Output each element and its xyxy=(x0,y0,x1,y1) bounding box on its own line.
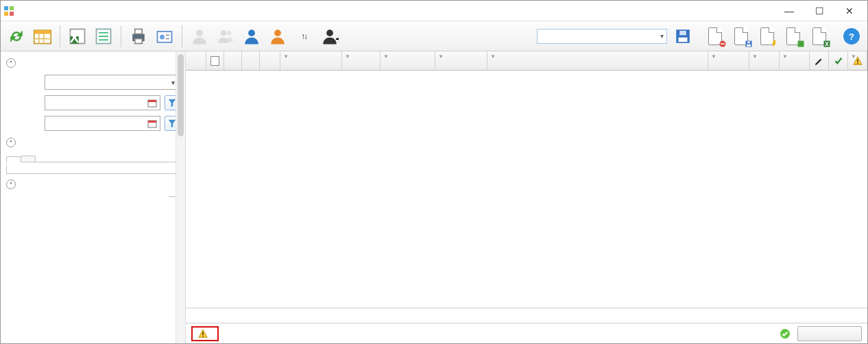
toolbar: X ↑↓ + X xyxy=(1,21,867,51)
doc-ok-button[interactable] xyxy=(782,25,806,48)
grid: ▼ ▼ ▼ ▼ ▼ ▼ ▼ ▼ ▼ xyxy=(186,51,867,343)
section-allgemein[interactable]: ˄ xyxy=(6,135,180,150)
ok-button[interactable] xyxy=(797,326,862,341)
col-gast[interactable]: ▼ xyxy=(487,51,708,70)
sidebar-scrollbar[interactable] xyxy=(176,51,185,343)
col-check[interactable] xyxy=(829,51,848,70)
refresh-button[interactable] xyxy=(5,25,28,48)
status-bar xyxy=(186,323,867,343)
svg-rect-17 xyxy=(4,6,8,10)
doc-save-button[interactable] xyxy=(730,25,754,48)
tab-uebertragen[interactable] xyxy=(21,156,36,162)
sidebar: ˄ ˄ ˄ xyxy=(1,51,186,343)
person-orange-button[interactable] xyxy=(266,25,289,48)
status-message xyxy=(191,326,219,341)
add-person-button[interactable]: + xyxy=(318,25,341,48)
svg-rect-20 xyxy=(10,12,14,16)
section-datum[interactable]: ˄ xyxy=(6,56,180,71)
typ-select[interactable] xyxy=(45,75,180,90)
section-ansicht[interactable]: ˄ xyxy=(6,177,180,192)
col-zi[interactable]: ▼ xyxy=(342,51,381,70)
print-button[interactable] xyxy=(127,25,150,48)
badge-button[interactable] xyxy=(153,25,176,48)
doc-flash-button[interactable] xyxy=(756,25,780,48)
svg-text:+: + xyxy=(335,32,339,45)
col-f[interactable]: ▼ xyxy=(780,51,810,70)
svg-rect-18 xyxy=(10,6,14,10)
person-blue-button[interactable] xyxy=(240,25,263,48)
col-warn[interactable]: ▼ xyxy=(848,51,867,70)
col-abreise[interactable]: ▼ xyxy=(435,51,487,70)
tab-status[interactable] xyxy=(6,156,21,162)
list-settings-button[interactable] xyxy=(92,25,115,48)
col-edit[interactable] xyxy=(810,51,829,70)
svg-text:X: X xyxy=(70,29,80,45)
profile-save-button[interactable] xyxy=(671,25,695,48)
sort-arrows-button[interactable]: ↑↓ xyxy=(292,25,315,48)
svg-rect-40 xyxy=(798,40,804,47)
svg-text:X: X xyxy=(825,40,829,47)
grid-footer xyxy=(186,308,867,323)
profile-combo[interactable] xyxy=(537,29,667,44)
col-p[interactable]: ▼ xyxy=(749,51,780,70)
person-grey-button[interactable] xyxy=(188,25,211,48)
col-gaeste[interactable]: ▼ xyxy=(708,51,749,70)
col-checkbox[interactable] xyxy=(206,51,224,70)
von-input[interactable] xyxy=(45,95,160,110)
svg-rect-39 xyxy=(721,43,725,45)
col-nummer[interactable]: ▼ xyxy=(280,51,342,70)
svg-rect-22 xyxy=(34,30,51,34)
ok-icon xyxy=(780,328,791,339)
minimize-button[interactable]: — xyxy=(774,1,804,21)
doc-remove-button[interactable] xyxy=(704,25,727,48)
close-button[interactable]: ✕ xyxy=(834,1,865,21)
svg-rect-19 xyxy=(4,12,8,16)
svg-point-34 xyxy=(160,34,165,39)
export-excel-button[interactable]: X xyxy=(66,25,89,48)
people-grey-button[interactable] xyxy=(214,25,237,48)
grid-header: ▼ ▼ ▼ ▼ ▼ ▼ ▼ ▼ ▼ xyxy=(186,51,867,71)
title-bar: — ☐ ✕ xyxy=(1,1,867,21)
bis-input[interactable] xyxy=(45,116,160,131)
help-button[interactable] xyxy=(840,25,863,48)
col-ankunft[interactable]: ▼ xyxy=(381,51,435,70)
calendar-grid-button[interactable] xyxy=(31,25,54,48)
app-icon xyxy=(3,5,14,16)
warning-icon xyxy=(198,329,208,339)
doc-excel-button[interactable]: X xyxy=(808,25,832,48)
maximize-button[interactable]: ☐ xyxy=(804,1,834,21)
